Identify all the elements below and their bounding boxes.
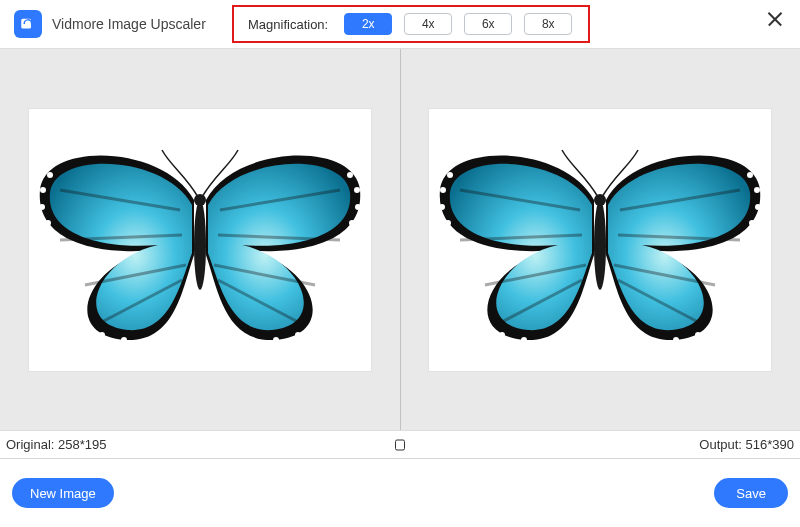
svg-point-4 [39,204,45,210]
svg-point-22 [747,172,753,178]
new-image-button[interactable]: New Image [12,478,114,508]
svg-point-13 [315,320,321,326]
app-logo-icon [14,10,42,38]
svg-point-23 [754,187,760,193]
magnification-group: Magnification: 2x 4x 6x 8x [232,5,590,43]
original-size-label: Original: 258*195 [6,437,106,452]
app-title: Vidmore Image Upscaler [52,16,206,32]
svg-point-19 [440,187,446,193]
svg-point-32 [594,200,606,290]
original-image [29,109,371,371]
svg-point-10 [79,320,85,326]
svg-point-30 [695,332,701,338]
svg-point-28 [521,337,527,343]
svg-point-33 [594,194,606,206]
svg-point-11 [99,332,105,338]
svg-point-12 [121,337,127,343]
magnification-option-2x[interactable]: 2x [344,13,392,35]
svg-point-7 [354,187,360,193]
output-pane [400,49,800,430]
svg-point-14 [295,332,301,338]
svg-point-8 [355,204,361,210]
header-bar: Vidmore Image Upscaler Magnification: 2x… [0,0,800,48]
save-button[interactable]: Save [714,478,788,508]
svg-point-21 [445,220,451,226]
svg-point-15 [273,337,279,343]
svg-point-6 [347,172,353,178]
svg-point-20 [439,204,445,210]
svg-point-27 [499,332,505,338]
svg-point-17 [194,194,206,206]
preview-canvas [0,48,800,431]
output-image [429,109,771,371]
svg-point-24 [755,204,761,210]
info-bar: Original: 258*195 Output: 516*390 [0,431,800,459]
magnification-option-8x[interactable]: 8x [524,13,572,35]
svg-point-3 [40,187,46,193]
close-icon[interactable] [764,8,786,30]
svg-point-9 [349,220,355,226]
svg-point-16 [194,200,206,290]
svg-point-25 [749,220,755,226]
center-handle-icon[interactable] [395,439,405,450]
svg-point-31 [673,337,679,343]
svg-point-29 [715,320,721,326]
svg-point-18 [447,172,453,178]
svg-point-5 [45,220,51,226]
magnification-label: Magnification: [248,17,328,32]
footer-bar: New Image Save [0,459,800,527]
original-pane [0,49,400,430]
output-size-label: Output: 516*390 [699,437,794,452]
magnification-option-6x[interactable]: 6x [464,13,512,35]
magnification-option-4x[interactable]: 4x [404,13,452,35]
svg-point-2 [47,172,53,178]
svg-point-26 [479,320,485,326]
